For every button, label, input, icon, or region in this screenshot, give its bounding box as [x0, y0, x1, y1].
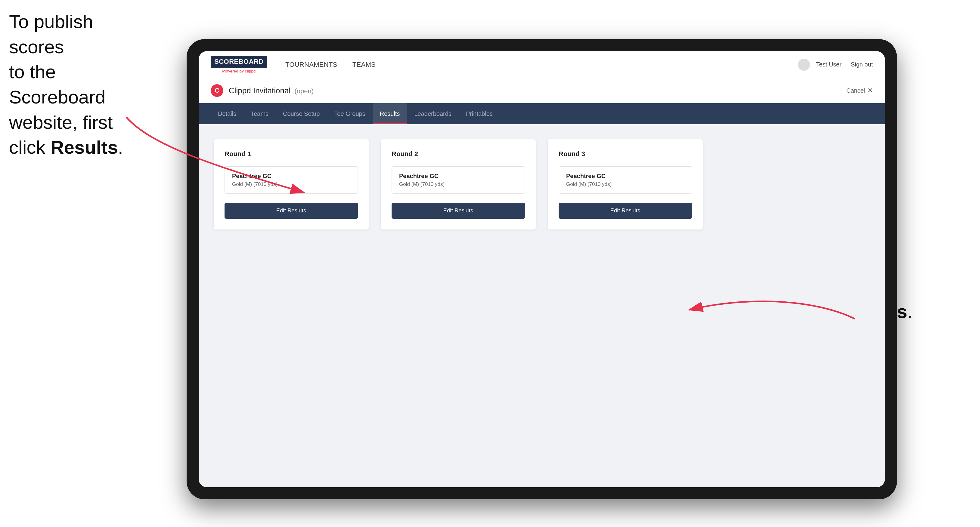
tablet-screen: SCOREBOARD Powered by clippd TOURNAMENTS… — [199, 51, 885, 487]
nav-teams[interactable]: TEAMS — [352, 61, 375, 68]
round-2-course-name: Peachtree GC — [399, 173, 517, 179]
tab-leaderboards[interactable]: Leaderboards — [407, 103, 458, 124]
tab-details[interactable]: Details — [211, 103, 243, 124]
round-3-course-details: Gold (M) (7010 yds) — [566, 181, 684, 187]
user-label: Test User | — [816, 61, 845, 68]
tournament-header: C Clippd Invitational (open) Cancel ✕ — [199, 78, 885, 103]
round-2-card: Round 2 Peachtree GC Gold (M) (7010 yds)… — [381, 139, 536, 230]
round-2-edit-results-button[interactable]: Edit Results — [391, 203, 525, 219]
tournament-icon: C — [211, 84, 223, 97]
round-1-course-card: Peachtree GC Gold (M) (7010 yds) — [224, 166, 358, 194]
round-1-edit-results-button[interactable]: Edit Results — [224, 203, 358, 219]
round-2-title: Round 2 — [391, 150, 525, 158]
instruction-left: To publish scores to the Scoreboard webs… — [9, 9, 123, 160]
round-3-card: Round 3 Peachtree GC Gold (M) (7010 yds)… — [548, 139, 703, 230]
nav-tournaments[interactable]: TOURNAMENTS — [285, 61, 337, 68]
logo: SCOREBOARD — [211, 56, 267, 68]
round-2-course-details: Gold (M) (7010 yds) — [399, 181, 517, 187]
round-3-course-name: Peachtree GC — [566, 173, 684, 179]
round-3-course-card: Peachtree GC Gold (M) (7010 yds) — [558, 166, 692, 194]
tab-course-setup[interactable]: Course Setup — [276, 103, 327, 124]
tablet-device: SCOREBOARD Powered by clippd TOURNAMENTS… — [187, 39, 897, 499]
main-content: Round 1 Peachtree GC Gold (M) (7010 yds)… — [199, 124, 885, 487]
tab-printables[interactable]: Printables — [459, 103, 500, 124]
round-2-course-card: Peachtree GC Gold (M) (7010 yds) — [391, 166, 525, 194]
logo-area: SCOREBOARD Powered by clippd — [211, 56, 267, 73]
empty-slot — [715, 139, 870, 230]
round-1-card: Round 1 Peachtree GC Gold (M) (7010 yds)… — [214, 139, 369, 230]
round-1-course-name: Peachtree GC — [232, 173, 350, 179]
tournament-name: Clippd Invitational (open) — [229, 86, 313, 95]
nav-right: Test User | Sign out — [798, 59, 873, 71]
signout-link[interactable]: Sign out — [851, 61, 873, 68]
nav-links: TOURNAMENTS TEAMS — [285, 61, 798, 68]
round-1-course-details: Gold (M) (7010 yds) — [232, 181, 350, 187]
navbar: SCOREBOARD Powered by clippd TOURNAMENTS… — [199, 51, 885, 78]
round-1-title: Round 1 — [224, 150, 358, 158]
avatar — [798, 59, 810, 71]
close-icon: ✕ — [867, 87, 873, 94]
tab-tee-groups[interactable]: Tee Groups — [327, 103, 372, 124]
tab-results[interactable]: Results — [372, 103, 407, 124]
round-3-title: Round 3 — [558, 150, 692, 158]
sub-nav: Details Teams Course Setup Tee Groups Re… — [199, 103, 885, 124]
tournament-title: C Clippd Invitational (open) — [211, 84, 313, 97]
rounds-grid: Round 1 Peachtree GC Gold (M) (7010 yds)… — [214, 139, 870, 230]
tab-teams[interactable]: Teams — [243, 103, 276, 124]
cancel-button[interactable]: Cancel ✕ — [846, 87, 873, 94]
round-3-edit-results-button[interactable]: Edit Results — [558, 203, 692, 219]
